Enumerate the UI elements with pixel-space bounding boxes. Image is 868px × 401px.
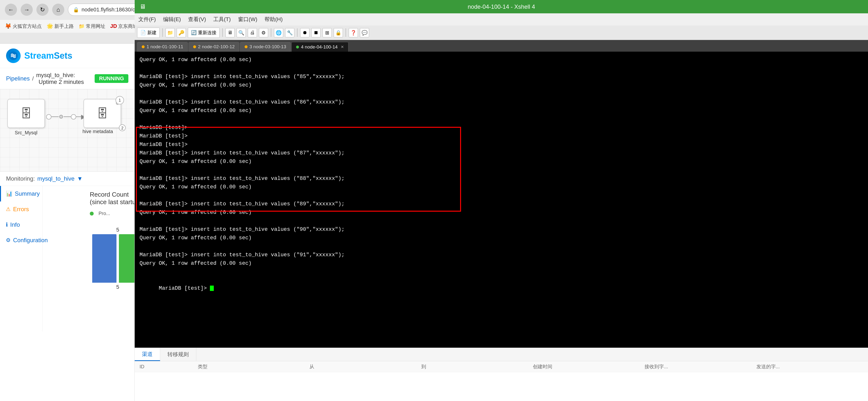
xshell-tab-3[interactable]: 3 node-03-100-13 (240, 42, 291, 52)
node-src-mysql[interactable]: 🗄 Src_Mysql (7, 99, 45, 136)
col-received: 接收到字... (645, 363, 751, 370)
connector-circle-right (71, 114, 76, 120)
terminal-line-14: MariaDB [test]> insert into test_to_hive… (140, 174, 863, 182)
col-type: 类型 (198, 363, 305, 370)
settings-button-1[interactable]: ⚙ (259, 28, 268, 37)
chart-legend: Pro... (90, 211, 135, 216)
key-button[interactable]: 🔑 (177, 28, 186, 37)
monitor-button[interactable]: 🖥 (225, 28, 235, 37)
globe-button[interactable]: 🌐 (274, 28, 283, 37)
menu-item-summary[interactable]: 📊 Summary (0, 186, 42, 201)
terminal-line-9: MariaDB [test]> (140, 132, 863, 140)
terminal-line-19 (140, 217, 863, 225)
bookmark-jd[interactable]: JD 京东商城 (110, 23, 137, 30)
bar-green (119, 234, 135, 283)
xshell-tabs: 1 node-01-100-11 2 node-02-100-12 3 node… (135, 40, 868, 52)
terminal-line-21: Query OK, 1 row affected (0.00 sec) (140, 234, 863, 242)
xshell-tab-4[interactable]: 4 node-04-100-14 ✕ (291, 42, 348, 52)
lock-button[interactable]: 🔒 (334, 28, 343, 37)
connector-line-3 (76, 116, 81, 117)
node-hive-metadata[interactable]: 🗄 ⚙ 1 hive metadata 2 (83, 99, 122, 135)
xshell-menu-edit[interactable]: 编辑(E) (163, 16, 181, 23)
menu-item-errors[interactable]: ⚠ Errors (0, 201, 42, 217)
col-created: 创建时间 (533, 363, 640, 370)
hive-icon: 🗄 (97, 107, 108, 120)
pipelines-link[interactable]: Pipelines (6, 75, 30, 82)
xshell-menu-view[interactable]: 查看(V) (188, 16, 206, 23)
reconnect-button[interactable]: 🔄 重新连接 (188, 28, 220, 38)
xshell-menu-file[interactable]: 文件(F) (138, 16, 156, 23)
terminal-line-2: MariaDB [test]> insert into test_to_hive… (140, 73, 863, 81)
bookmark-firefox[interactable]: 🦊 火狐官方站点 (5, 23, 42, 30)
print-button[interactable]: 🖨 (248, 28, 257, 37)
stop-button[interactable]: ⏹ (311, 28, 320, 37)
monitoring-section: Monitoring: mysql_to_hive ▼ (0, 172, 134, 186)
src-mysql-icon: 🗄 (20, 107, 32, 120)
summary-icon: 📊 (6, 191, 12, 197)
new-icon: 📄 (140, 30, 146, 35)
grid-button[interactable]: ⊞ (322, 28, 332, 37)
forward-button[interactable]: → (21, 4, 33, 16)
terminal-line-4 (140, 90, 863, 98)
terminal-line-1 (140, 64, 863, 72)
pipeline-name: mysql_to_hive: Uptime 2 minutes (36, 72, 92, 85)
toolbar-separator-4 (297, 28, 298, 37)
terminal-line-3: Query OK, 1 row affected (0.00 sec) (140, 81, 863, 89)
terminal-line-24: Query OK, 1 row affected (0.00 sec) (140, 259, 863, 267)
xshell-toolbar: 📄 新建 📁 🔑 🔄 重新连接 🖥 🔍 🖨 ⚙ 🌐 🔧 ⏺ ⏹ ⊞ 🔒 ❓ 💬 (135, 26, 868, 40)
xshell-menu-help[interactable]: 帮助(H) (265, 16, 283, 23)
col-sent: 发送的字... (756, 363, 863, 370)
monitoring-pipeline-link[interactable]: mysql_to_hive (37, 175, 74, 182)
xshell-tab-1[interactable]: 1 node-01-100-11 (137, 42, 188, 52)
chat-button[interactable]: 💬 (360, 28, 369, 37)
chart-title: Record Count (since last startup) (90, 191, 135, 206)
menu-item-info[interactable]: ℹ Info (0, 217, 42, 233)
info-icon: ℹ (6, 222, 8, 228)
legend-dot-pro (90, 212, 94, 215)
menu-item-configuration[interactable]: ⚙ Configuration (0, 233, 42, 248)
sidebar-menu: 📊 Summary ⚠ Errors ℹ Info ⚙ Configuratio… (0, 186, 42, 331)
settings-button-2[interactable]: 🔧 (285, 28, 294, 37)
hive-label: hive metadata (83, 129, 113, 134)
terminal-line-25 (140, 268, 863, 276)
bookmark-newuser[interactable]: 🌟 新手上路 (46, 23, 74, 30)
monitoring-label: Monitoring: mysql_to_hive ▼ (6, 175, 128, 182)
bar-chart: 5 5 (90, 220, 135, 293)
connector: ⚙ ▶ (46, 113, 86, 121)
monitoring-chevron-icon[interactable]: ▼ (77, 175, 83, 182)
home-button[interactable]: ⌂ (52, 4, 64, 16)
xshell-tab-2[interactable]: 2 node-02-100-12 (189, 42, 239, 52)
terminal-line-16 (140, 192, 863, 200)
streamsets-panel: StreamSets Pipelines / mysql_to_hive: Up… (0, 44, 135, 401)
node-src-mysql-box: 🗄 (7, 99, 45, 128)
terminal-line-22 (140, 242, 863, 250)
new-button[interactable]: 📄 新建 (137, 28, 160, 38)
help-button[interactable]: ❓ (349, 28, 358, 37)
tab-close-icon[interactable]: ✕ (341, 44, 344, 49)
streamsets-brand: StreamSets (24, 51, 72, 61)
breadcrumb-separator: / (32, 75, 34, 82)
tab-dot-2 (193, 45, 196, 48)
refresh-button[interactable]: ↻ (36, 4, 49, 16)
terminal-line-17: MariaDB [test]> insert into test_to_hive… (140, 200, 863, 208)
legend-label-pro: Pro... (98, 211, 110, 216)
monitoring-content: 📊 Summary ⚠ Errors ℹ Info ⚙ Configuratio… (0, 186, 134, 356)
back-button[interactable]: ← (5, 4, 17, 16)
record-button[interactable]: ⏺ (300, 28, 309, 37)
terminal-body[interactable]: Query OK, 1 row affected (0.00 sec) Mari… (135, 52, 868, 348)
zoom-button[interactable]: 🔍 (237, 28, 246, 37)
xshell-menu-tools[interactable]: 工具(T) (213, 16, 231, 23)
terminal-line-11: MariaDB [test]> insert into test_to_hive… (140, 149, 863, 157)
terminal-line-13 (140, 166, 863, 174)
bottom-tab-channel[interactable]: 渠道 (135, 348, 160, 361)
bottom-tab-transfer[interactable]: 转移规则 (160, 348, 196, 361)
toolbar-separator-3 (271, 28, 271, 37)
folder-button[interactable]: 📁 (165, 28, 175, 37)
connector-line-1 (52, 116, 59, 117)
bookmark-common[interactable]: 📁 常用网址 (79, 23, 105, 30)
status-badge: RUNNING (95, 74, 128, 83)
xshell-window-icon: 🖥 (140, 3, 146, 10)
xshell-menu-window[interactable]: 窗口(W) (238, 16, 257, 23)
hive-label-container: hive metadata 2 (83, 128, 122, 135)
bar-value-label: 5 (92, 284, 135, 290)
